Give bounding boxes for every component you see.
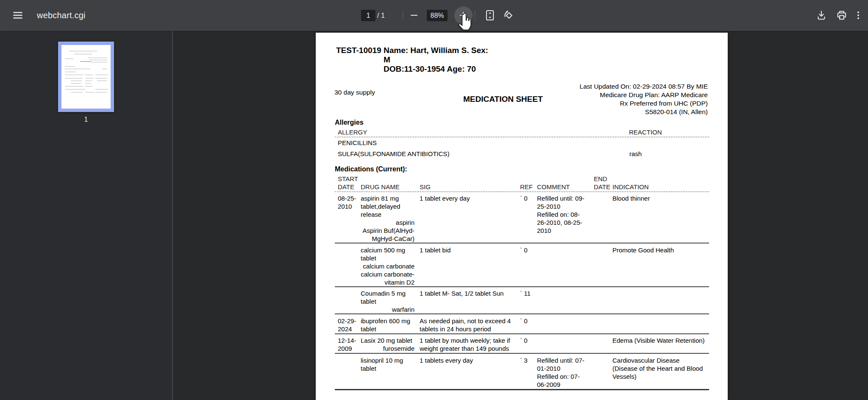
document-title: webchart.cgi: [37, 0, 86, 31]
zoom-in-button[interactable]: [454, 6, 473, 25]
drug-plan-line: Medicare Drug Plan: AARP Medicare: [580, 91, 708, 99]
patient-dob-line: DOB:11-30-1954 Age: 70: [384, 64, 476, 74]
cell-ref: ` 11: [520, 289, 539, 297]
allergies-heading: Allergies: [335, 119, 364, 126]
row-separator: [335, 286, 709, 287]
col-header-start-1: START: [338, 175, 358, 182]
cell-indication: Promote Good Health: [612, 246, 716, 254]
col-header-drug: DRUG NAME: [361, 183, 400, 190]
page-thumbnail[interactable]: [58, 42, 114, 112]
cell-sig: 1 tablet every day: [420, 194, 523, 202]
cell-drug-name: Coumadin 5 mgtabletwarfarin: [361, 289, 415, 313]
more-options-button[interactable]: [850, 6, 867, 25]
thumbnail-page-number: 1: [58, 116, 114, 123]
page-number-input[interactable]: [361, 10, 376, 21]
hamburger-icon: [12, 10, 23, 21]
cell-ref: ` 0: [520, 246, 539, 254]
reaction-column-header: REACTION: [629, 129, 662, 136]
pdf-page: TEST-10019 Name: Hart, William S. Sex: M…: [316, 33, 728, 400]
toolbar-separator: [475, 10, 475, 21]
allergy-reaction: rash: [629, 150, 642, 157]
medications-header-rule: [335, 191, 709, 192]
kebab-menu-icon: [853, 10, 863, 20]
cell-drug-name: calcium 500 mgtabletcalcium carbonatecal…: [361, 246, 415, 286]
menu-button[interactable]: [8, 5, 28, 25]
col-header-sig: SIG: [420, 183, 431, 190]
thumbnail-sidebar: 1: [0, 31, 172, 400]
row-separator: [335, 333, 709, 334]
plus-icon: [458, 10, 468, 20]
cell-drug-name: lisinopril 10 mgtablet: [361, 356, 415, 372]
row-separator: [335, 243, 709, 243]
toolbar-center-controls: / 1 88%: [361, 0, 539, 31]
update-info-block: Last Updated On: 02-29-2024 08:57 By MIE…: [580, 82, 708, 116]
cell-comment: Refilled until: 07-01-2010Refilled on: 0…: [537, 356, 593, 389]
row-separator: [335, 313, 709, 314]
rotate-button[interactable]: [499, 6, 518, 25]
allergy-column-header: ALLERGY: [338, 129, 367, 136]
drug-plan-line-2: Rx Preferred from UHC (PDP): [580, 99, 708, 108]
download-icon: [816, 10, 827, 21]
supply-note: 30 day supply: [334, 89, 375, 96]
fit-to-page-button[interactable]: [481, 6, 499, 25]
cell-indication: Cardiovascular Disease(Disease of the He…: [612, 356, 716, 380]
thumbnail-page-preview: [61, 45, 111, 109]
minus-icon: [409, 10, 419, 20]
cell-start-date: 02-29-2024: [338, 317, 360, 333]
cell-ref: ` 0: [520, 336, 539, 344]
table-bottom-rule: [335, 389, 709, 390]
cell-ref: ` 3: [520, 356, 539, 364]
cell-sig: 1 tablet bid: [420, 246, 523, 254]
last-updated-line: Last Updated On: 02-29-2024 08:57 By MIE: [580, 82, 708, 91]
col-header-end-1: END: [594, 175, 607, 182]
page-count-label: / 1: [377, 10, 385, 21]
col-header-comment: COMMENT: [537, 183, 570, 190]
pdf-viewer-toolbar: webchart.cgi / 1 88%: [0, 0, 868, 31]
col-header-indication: INDICATION: [612, 183, 649, 190]
patient-id-line: TEST-10019 Name: Hart, William S. Sex:: [336, 46, 488, 55]
cell-sig: 1 tablet by mouth weekly; take ifweight …: [420, 336, 523, 352]
toolbar-separator: [403, 10, 403, 21]
col-header-end-2: DATE: [594, 183, 610, 190]
print-icon: [836, 10, 847, 21]
patient-sex-line: M: [384, 55, 390, 64]
sheet-title: MEDICATION SHEET: [463, 95, 543, 104]
allergy-name: SULFA(SULFONAMIDE ANTIBIOTICS): [338, 150, 449, 157]
cell-drug-name: aspirin 81 mgtablet,delayedreleaseaspiri…: [361, 194, 415, 243]
sidebar-divider[interactable]: [172, 31, 173, 400]
cell-drug-name: ibuprofen 600 mgtablet: [361, 317, 415, 333]
col-header-ref: REF: [520, 183, 533, 190]
zoom-out-button[interactable]: [405, 6, 423, 25]
row-separator: [335, 353, 709, 354]
medications-heading: Medications (Current):: [335, 165, 407, 173]
download-button[interactable]: [812, 6, 831, 25]
cell-sig: 1 tablets every day: [420, 356, 523, 364]
rotate-counterclockwise-icon: [503, 10, 515, 21]
cell-ref: ` 0: [520, 317, 539, 325]
cell-indication: Edema (Visible Water Retention): [612, 336, 716, 344]
cell-sig: 1 tablet M- Sat, 1/2 tablet Sun: [420, 289, 523, 297]
print-button[interactable]: [832, 6, 851, 25]
cell-ref: ` 0: [520, 194, 539, 202]
allergy-name: PENICILLINS: [338, 139, 377, 146]
cell-start-date: 12-14-2009: [338, 336, 360, 352]
cell-drug-name: Lasix 20 mg tabletfurosemide: [361, 336, 415, 352]
fit-page-icon: [484, 10, 495, 21]
cell-start-date: 08-25-2010: [338, 194, 360, 210]
allergies-header-rule: [335, 137, 709, 137]
drug-plan-line-3: S5820-014 (IN, Allen): [580, 108, 708, 116]
zoom-level-display[interactable]: 88%: [427, 10, 448, 21]
cell-indication: Blood thinner: [612, 194, 716, 202]
col-header-start-2: DATE: [338, 183, 354, 190]
cell-comment: Refilled until: 09-25-2010Refilled on: 0…: [537, 194, 593, 235]
cell-sig: As needed pain, not to exceed 4tablets i…: [420, 317, 523, 333]
